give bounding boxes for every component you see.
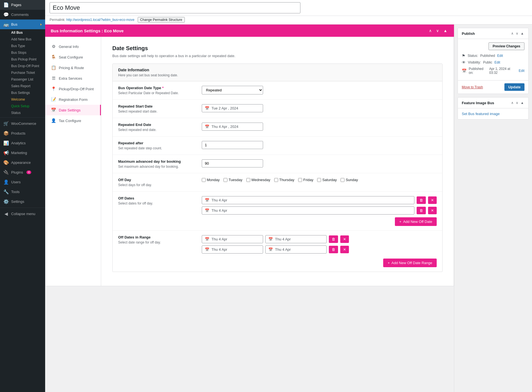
checkbox-sunday[interactable] bbox=[341, 178, 344, 182]
repeated-start-date-input[interactable]: 📅 bbox=[202, 104, 263, 112]
sidebar-item-bus-type[interactable]: Bus Type bbox=[9, 43, 45, 49]
clear-range-2-btn[interactable]: ✕ bbox=[340, 246, 349, 253]
checkbox-monday[interactable] bbox=[202, 178, 206, 182]
day-thursday[interactable]: Thursday bbox=[274, 178, 294, 182]
nav-pickup-dropoff[interactable]: 📍 Pickup/Drop-Off Point bbox=[45, 84, 101, 94]
nav-pricing-route[interactable]: 📋 Pricing & Route bbox=[45, 62, 101, 73]
delete-off-date-1-btn[interactable]: 🗑 bbox=[417, 196, 426, 204]
feature-img-down-btn[interactable]: ∨ bbox=[515, 100, 519, 105]
sidebar-item-quick-setup[interactable]: Quick Setup bbox=[9, 103, 45, 109]
off-range-to-2[interactable]: 📅 bbox=[265, 245, 327, 254]
header-collapse-down-btn[interactable]: ∨ bbox=[435, 28, 440, 33]
sidebar-item-add-new-bus[interactable]: Add New Bus bbox=[9, 36, 45, 43]
off-date-text-2[interactable] bbox=[212, 208, 411, 213]
sidebar-item-comments[interactable]: 💬 Comments bbox=[0, 10, 45, 20]
publish-box-close-btn[interactable]: ▲ bbox=[520, 31, 524, 36]
add-new-off-date-range-button[interactable]: + Add New Off Date Range bbox=[383, 259, 437, 267]
off-date-input-1[interactable]: 📅 bbox=[202, 196, 414, 204]
checkbox-saturday[interactable] bbox=[317, 178, 321, 182]
clear-range-1-btn[interactable]: ✕ bbox=[340, 235, 349, 243]
sidebar-item-plugins[interactable]: 🔌 Plugins 4 bbox=[0, 167, 45, 177]
pickup-dropoff-icon: 📍 bbox=[51, 86, 56, 91]
operation-type-select[interactable]: Particular Repeated bbox=[202, 86, 263, 94]
sidebar-item-status[interactable]: Status bbox=[9, 109, 45, 116]
day-friday[interactable]: Friday bbox=[298, 178, 313, 182]
sidebar-item-welcome[interactable]: Welcome bbox=[9, 96, 45, 103]
checkbox-wednesday[interactable] bbox=[246, 178, 250, 182]
nav-seat-configure[interactable]: 🪑 Seat Configure bbox=[45, 52, 101, 62]
max-advance-input[interactable] bbox=[202, 159, 263, 167]
sidebar-item-purchase-ticket[interactable]: Purchase Ticket bbox=[9, 69, 45, 76]
sidebar-item-all-bus[interactable]: All Bus bbox=[9, 29, 45, 36]
sidebar-item-bus-settings[interactable]: Bus Settings bbox=[9, 89, 45, 96]
day-wednesday[interactable]: Wednesday bbox=[246, 178, 270, 182]
clear-off-date-1-btn[interactable]: ✕ bbox=[428, 196, 437, 204]
preview-changes-button[interactable]: Preview Changes bbox=[489, 42, 524, 50]
off-day-row: Off Day Select days for off day. Monday … bbox=[113, 173, 442, 192]
publish-box-down-btn[interactable]: ∨ bbox=[515, 31, 519, 36]
feature-img-up-btn[interactable]: ∧ bbox=[511, 100, 514, 105]
day-tuesday[interactable]: Tuesday bbox=[224, 178, 242, 182]
checkbox-thursday[interactable] bbox=[274, 178, 278, 182]
off-range-to-text-2[interactable] bbox=[275, 247, 324, 252]
sidebar-item-collapse[interactable]: ◀ Collapse menu bbox=[0, 209, 45, 219]
sidebar-item-pages[interactable]: 📄 Pages bbox=[0, 0, 45, 10]
sidebar-item-users[interactable]: 👤 Users bbox=[0, 177, 45, 187]
off-range-to-1[interactable]: 📅 bbox=[265, 235, 327, 243]
off-date-text-1[interactable] bbox=[212, 198, 411, 202]
feature-img-close-btn[interactable]: ▲ bbox=[520, 100, 524, 105]
permalink-link[interactable]: http://wordpress1.local/?wbtm_bus=eco-mo… bbox=[66, 18, 134, 22]
sidebar-item-bus-dropoff-point[interactable]: Bus Drop-Off Point bbox=[9, 63, 45, 69]
delete-range-1-btn[interactable]: 🗑 bbox=[329, 235, 338, 243]
published-edit-link[interactable]: Edit bbox=[519, 69, 524, 73]
day-monday[interactable]: Monday bbox=[202, 178, 220, 182]
header-collapse-up-btn[interactable]: ∧ bbox=[428, 28, 433, 33]
sidebar-item-bus-pickup-point[interactable]: Bus Pickup Point bbox=[9, 56, 45, 63]
publish-box-up-btn[interactable]: ∧ bbox=[511, 31, 514, 36]
main-area: Permalink: http://wordpress1.local/?wbtm… bbox=[45, 0, 532, 392]
day-saturday[interactable]: Saturday bbox=[317, 178, 337, 182]
nav-general-info[interactable]: ⚙ General Info bbox=[45, 41, 101, 52]
off-range-from-text-1[interactable] bbox=[212, 237, 260, 241]
sidebar-item-woocommerce[interactable]: 🛒 WooCommerce bbox=[0, 119, 45, 128]
delete-off-date-2-btn[interactable]: 🗑 bbox=[417, 207, 426, 214]
off-range-from-text-2[interactable] bbox=[212, 247, 260, 252]
change-permalink-button[interactable]: Change Permalink Structure bbox=[138, 17, 185, 23]
checkbox-friday[interactable] bbox=[298, 178, 302, 182]
sidebar-item-tools[interactable]: 🔧 Tools bbox=[0, 187, 45, 197]
sidebar-item-bus[interactable]: 🚌 Bus bbox=[0, 20, 45, 29]
sidebar-item-analytics[interactable]: 📊 Analytics bbox=[0, 138, 45, 148]
nav-registration-form[interactable]: 📝 Registration Form bbox=[45, 94, 101, 105]
sidebar-item-marketing[interactable]: 📢 Marketing bbox=[0, 148, 45, 158]
repeated-end-text[interactable] bbox=[212, 125, 260, 129]
nav-extra-services[interactable]: ☰ Extra Services bbox=[45, 73, 101, 84]
visibility-edit-link[interactable]: Edit bbox=[494, 60, 500, 64]
header-close-btn[interactable]: ▲ bbox=[442, 28, 448, 33]
move-to-trash-button[interactable]: Move to Trash bbox=[462, 85, 483, 89]
sidebar-item-sales-report[interactable]: Sales Report bbox=[9, 83, 45, 89]
off-range-from-1[interactable]: 📅 bbox=[202, 235, 263, 243]
sidebar-item-products[interactable]: 📦 Products bbox=[0, 128, 45, 138]
off-range-from-2[interactable]: 📅 bbox=[202, 245, 263, 254]
set-featured-image-link[interactable]: Set Bus featured image bbox=[462, 112, 500, 116]
status-edit-link[interactable]: Edit bbox=[497, 54, 503, 58]
nav-tax-configure[interactable]: 👤 Tax Configure bbox=[45, 115, 101, 126]
sidebar-item-passenger-list[interactable]: Passenger List bbox=[9, 76, 45, 83]
sidebar-item-appearance[interactable]: 🎨 Appearance bbox=[0, 158, 45, 167]
update-button[interactable]: Update bbox=[504, 83, 524, 91]
repeated-after-input[interactable] bbox=[202, 141, 263, 149]
delete-range-2-btn[interactable]: 🗑 bbox=[329, 246, 338, 253]
appearance-icon: 🎨 bbox=[3, 160, 9, 165]
nav-date-settings[interactable]: 📅 Date Settings bbox=[45, 105, 101, 115]
off-range-to-text-1[interactable] bbox=[275, 237, 324, 241]
off-date-input-2[interactable]: 📅 bbox=[202, 206, 414, 215]
clear-off-date-2-btn[interactable]: ✕ bbox=[428, 207, 437, 214]
repeated-start-text[interactable] bbox=[212, 106, 260, 110]
day-sunday[interactable]: Sunday bbox=[341, 178, 358, 182]
sidebar-item-bus-stops[interactable]: Bus Stops bbox=[9, 49, 45, 56]
repeated-end-date-input[interactable]: 📅 bbox=[202, 123, 263, 131]
add-new-off-date-button[interactable]: + Add New Off Date bbox=[395, 217, 437, 226]
page-title-input[interactable] bbox=[50, 2, 300, 13]
sidebar-item-settings[interactable]: ⚙️ Settings bbox=[0, 197, 45, 206]
checkbox-tuesday[interactable] bbox=[224, 178, 227, 182]
